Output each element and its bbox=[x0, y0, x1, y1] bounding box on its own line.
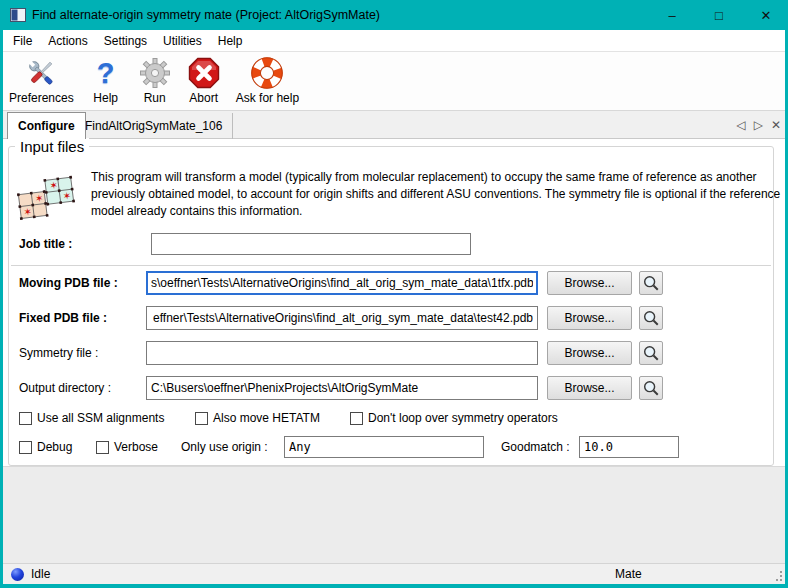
menu-actions[interactable]: Actions bbox=[40, 30, 95, 51]
status-bar: Idle Mate bbox=[3, 563, 785, 584]
abort-button[interactable]: Abort bbox=[185, 55, 223, 106]
app-window: Find alternate-origin symmetry mate (Pro… bbox=[0, 0, 788, 588]
magnifier-icon bbox=[642, 274, 660, 292]
menu-help[interactable]: Help bbox=[210, 30, 251, 51]
svg-text:✶: ✶ bbox=[23, 206, 33, 218]
job-title-label: Job title : bbox=[19, 237, 72, 251]
magnifier-icon bbox=[642, 309, 660, 327]
question-icon: ? bbox=[89, 56, 123, 90]
checkbox-box[interactable] bbox=[350, 412, 363, 425]
maximize-button[interactable]: □ bbox=[702, 0, 736, 30]
tab-configure[interactable]: Configure bbox=[7, 112, 86, 139]
ask-for-help-button[interactable]: Ask for help bbox=[234, 55, 301, 106]
menu-settings[interactable]: Settings bbox=[96, 30, 155, 51]
checkbox-label: Use all SSM alignments bbox=[37, 411, 164, 425]
preferences-label: Preferences bbox=[9, 91, 74, 105]
output-directory-label: Output directory : bbox=[19, 381, 111, 395]
job-title-input[interactable] bbox=[151, 233, 471, 255]
checkbox-use-all-ssm[interactable]: Use all SSM alignments bbox=[19, 411, 164, 425]
checkbox-label: Verbose bbox=[114, 440, 158, 454]
status-indicator-icon bbox=[11, 568, 24, 581]
group-title: Input files bbox=[15, 138, 89, 155]
status-artifact-text: Mate bbox=[615, 567, 642, 581]
resize-grip[interactable] bbox=[774, 573, 782, 581]
svg-text:✶: ✶ bbox=[34, 192, 44, 204]
abort-label: Abort bbox=[189, 91, 218, 105]
output-directory-browse-button[interactable]: Browse... bbox=[547, 376, 632, 400]
goodmatch-label: Goodmatch : bbox=[501, 440, 570, 454]
tab-bar: Configure FindAltOrigSymMate_106 ◁ ▷ ✕ bbox=[3, 111, 785, 139]
divider bbox=[11, 265, 771, 266]
only-use-origin-label: Only use origin : bbox=[181, 440, 268, 454]
fixed-pdb-browse-button[interactable]: Browse... bbox=[547, 306, 632, 330]
goodmatch-input[interactable] bbox=[579, 436, 679, 458]
checkbox-label: Also move HETATM bbox=[213, 411, 320, 425]
checkbox-label: Debug bbox=[37, 440, 72, 454]
run-label: Run bbox=[144, 91, 166, 105]
lattice-icon: ✶ ✶ ✶ ✶ bbox=[17, 171, 81, 226]
tab-findaltorigsymmate-106[interactable]: FindAltOrigSymMate_106 bbox=[75, 113, 233, 139]
ask-for-help-label: Ask for help bbox=[236, 91, 299, 105]
checkbox-box[interactable] bbox=[19, 441, 32, 454]
magnifier-icon bbox=[642, 344, 660, 362]
output-directory-view-button[interactable] bbox=[639, 376, 663, 400]
help-button[interactable]: ? Help bbox=[87, 55, 125, 106]
abort-icon bbox=[187, 56, 221, 90]
window-title: Find alternate-origin symmetry mate (Pro… bbox=[32, 8, 380, 22]
gear-icon bbox=[138, 56, 172, 90]
help-label: Help bbox=[93, 91, 118, 105]
checkbox-box[interactable] bbox=[96, 441, 109, 454]
run-button[interactable]: Run bbox=[136, 55, 174, 106]
symmetry-file-label: Symmetry file : bbox=[19, 346, 98, 360]
checkbox-also-move-hetatm[interactable]: Also move HETATM bbox=[195, 411, 320, 425]
status-text: Idle bbox=[31, 567, 50, 581]
panel-lower-area bbox=[3, 466, 785, 563]
close-button[interactable]: ✕ bbox=[749, 0, 783, 30]
symmetry-file-browse-button[interactable]: Browse... bbox=[547, 341, 632, 365]
output-directory-input[interactable] bbox=[146, 376, 538, 400]
checkbox-label: Don't loop over symmetry operators bbox=[368, 411, 558, 425]
magnifier-icon bbox=[642, 379, 660, 397]
tab-scroll-left-icon[interactable]: ◁ bbox=[736, 118, 745, 132]
checkbox-verbose[interactable]: Verbose bbox=[96, 440, 158, 454]
program-description: This program will transform a model (typ… bbox=[91, 169, 781, 220]
toolbar: Preferences ? Help bbox=[3, 52, 785, 111]
moving-pdb-label: Moving PDB file : bbox=[19, 276, 118, 290]
configure-panel: Input files ✶ ✶ bbox=[3, 139, 785, 563]
only-use-origin-input[interactable] bbox=[284, 436, 484, 458]
minimize-button[interactable]: – bbox=[655, 0, 689, 30]
fixed-pdb-view-button[interactable] bbox=[639, 306, 663, 330]
checkbox-debug[interactable]: Debug bbox=[19, 440, 72, 454]
tab-nav: ◁ ▷ ✕ bbox=[736, 111, 781, 138]
tab-scroll-right-icon[interactable]: ▷ bbox=[754, 118, 763, 132]
svg-text:✶: ✶ bbox=[49, 179, 59, 191]
svg-text:✶: ✶ bbox=[62, 190, 72, 202]
moving-pdb-browse-button[interactable]: Browse... bbox=[547, 271, 632, 295]
input-files-groupbox: Input files ✶ ✶ bbox=[8, 146, 774, 466]
menu-utilities[interactable]: Utilities bbox=[155, 30, 210, 51]
life-ring-icon bbox=[250, 56, 284, 90]
app-window-icon bbox=[10, 8, 26, 25]
tools-icon bbox=[24, 56, 58, 90]
checkbox-box[interactable] bbox=[19, 412, 32, 425]
menu-bar: File Actions Settings Utilities Help bbox=[3, 30, 785, 52]
checkbox-dont-loop-symmetry[interactable]: Don't loop over symmetry operators bbox=[350, 411, 558, 425]
symmetry-file-view-button[interactable] bbox=[639, 341, 663, 365]
preferences-button[interactable]: Preferences bbox=[7, 55, 76, 106]
moving-pdb-view-button[interactable] bbox=[639, 271, 663, 295]
tab-close-icon[interactable]: ✕ bbox=[771, 118, 781, 132]
menu-file[interactable]: File bbox=[5, 30, 40, 51]
fixed-pdb-label: Fixed PDB file : bbox=[19, 311, 107, 325]
checkbox-box[interactable] bbox=[195, 412, 208, 425]
symmetry-file-input[interactable] bbox=[146, 341, 538, 365]
fixed-pdb-input[interactable] bbox=[146, 306, 538, 330]
moving-pdb-input[interactable] bbox=[146, 271, 538, 295]
title-bar: Find alternate-origin symmetry mate (Pro… bbox=[0, 0, 788, 30]
